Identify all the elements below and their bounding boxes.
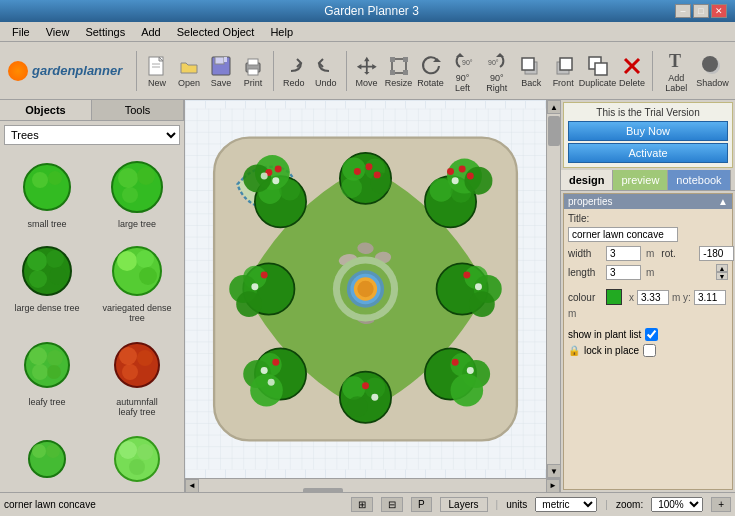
menu-view[interactable]: View [38,24,78,40]
scroll-left-button[interactable]: ◄ [185,479,199,493]
colour-swatch[interactable] [606,289,622,305]
garden-design[interactable] [185,100,546,478]
90right-button[interactable]: 90° 90° Right [481,47,514,95]
save-icon [209,54,233,78]
width-unit: m [646,248,654,259]
menu-help[interactable]: Help [262,24,301,40]
scroll-right-button[interactable]: ► [546,479,560,493]
object-leafy-tree[interactable]: leafy tree [4,331,90,421]
svg-point-51 [47,365,61,379]
new-label: New [148,78,166,88]
print-button[interactable]: Print [239,52,267,90]
svg-marker-18 [496,53,504,57]
object-small-tree[interactable]: small tree [4,153,90,233]
title-input[interactable] [568,227,678,242]
canvas-container: ▲ ▼ ◄ ► [185,100,560,492]
units-select[interactable]: metric imperial [535,497,597,512]
layers-button[interactable]: Layers [440,497,488,512]
tab-preview[interactable]: preview [613,170,668,190]
app-title: Garden Planner 3 [324,4,419,18]
p-button[interactable]: P [411,497,432,512]
save-button[interactable]: Save [207,52,235,90]
shadow-label: Shadow [696,78,729,88]
object-variegated-dense-tree[interactable]: variegated dense tree [94,237,180,327]
object-large-dense-tree[interactable]: large dense tree [4,237,90,327]
move-button[interactable]: Move [353,52,381,90]
object-small-leafy-tree[interactable]: small leafy tree [4,425,90,492]
small-leafy-tree-icon [17,429,77,489]
menu-selected-object[interactable]: Selected Object [169,24,263,40]
trial-title: This is the Trial Version [568,107,728,118]
object-large-tree[interactable]: large tree [94,153,180,233]
front-button[interactable]: Front [549,52,577,90]
zoom-in-button[interactable]: + [711,497,731,512]
open-label: Open [178,78,200,88]
width-input[interactable] [606,246,641,261]
svg-point-89 [342,157,365,180]
add-label-label: Add Label [661,73,692,93]
rotate-button[interactable]: Rotate [417,52,445,90]
tab-objects[interactable]: Objects [0,100,92,120]
scroll-up-button[interactable]: ▲ [547,100,560,114]
toolbar: gardenplanner New Open Save Print Redo [0,42,735,100]
show-plant-checkbox[interactable] [645,328,658,341]
tab-tools[interactable]: Tools [92,100,184,120]
menu-settings[interactable]: Settings [77,24,133,40]
resize-button[interactable]: Resize [385,52,413,90]
svg-point-53 [119,347,137,365]
scroll-down-button[interactable]: ▼ [547,464,560,478]
length-down-button[interactable]: ▼ [716,272,728,280]
duplicate-button[interactable]: Duplicate [581,52,614,90]
90left-button[interactable]: 90° 90° Left [449,47,477,95]
shadow-button[interactable]: Shadow [698,52,727,90]
activate-button[interactable]: Activate [568,143,728,163]
back-button[interactable]: Back [517,52,545,90]
menu-file[interactable]: File [4,24,38,40]
vertical-scrollbar[interactable]: ▲ ▼ [546,100,560,478]
units-button[interactable]: ⊟ [381,497,403,512]
svg-point-129 [250,374,283,407]
maximize-button[interactable]: □ [693,4,709,18]
object-autumnfall-leafy-tree[interactable]: autumnfallleafy tree [94,331,180,421]
grid-button[interactable]: ⊞ [351,497,373,512]
new-button[interactable]: New [143,52,171,90]
close-button[interactable]: ✕ [711,4,727,18]
colour-row: colour x m y: m [568,289,728,319]
length-input[interactable] [606,265,641,280]
rot-input[interactable] [699,246,734,261]
lock-checkbox[interactable] [643,344,656,357]
svg-rect-12 [403,57,408,62]
svg-point-104 [261,173,268,180]
y-input[interactable] [694,290,726,305]
delete-button[interactable]: Delete [618,52,646,90]
svg-point-45 [136,250,154,268]
zoom-label: zoom: [616,499,643,510]
open-button[interactable]: Open [175,52,203,90]
x-input[interactable] [637,290,669,305]
zoom-select[interactable]: 100% 75% 50% 125% 150% [651,497,703,512]
svg-rect-13 [390,70,395,75]
redo-button[interactable]: Redo [280,52,308,90]
properties-collapse-icon[interactable]: ▲ [718,196,728,207]
leafy-tree-label: leafy tree [28,397,65,407]
buy-now-button[interactable]: Buy Now [568,121,728,141]
tab-design[interactable]: design [561,170,613,190]
menu-add[interactable]: Add [133,24,169,40]
minimize-button[interactable]: – [675,4,691,18]
category-dropdown[interactable]: Trees Shrubs Flowers Vegetables Structur… [4,125,180,145]
delete-label: Delete [619,78,645,88]
length-spinner[interactable]: ▲ ▼ [716,264,728,280]
horizontal-scrollbar[interactable]: ◄ ► [185,478,560,492]
undo-label: Undo [315,78,337,88]
object-tree-variegated-leaves[interactable]: tree variegated leaves [94,425,180,492]
length-up-button[interactable]: ▲ [716,264,728,272]
undo-button[interactable]: Undo [312,52,340,90]
svg-text:T: T [669,51,681,71]
small-tree-label: small tree [27,219,66,229]
add-label-button[interactable]: T Add Label [659,47,694,95]
front-label: Front [553,78,574,88]
tab-notebook[interactable]: notebook [668,170,730,190]
svg-point-33 [48,171,62,185]
canvas[interactable] [185,100,546,478]
sep1: | [496,499,499,510]
